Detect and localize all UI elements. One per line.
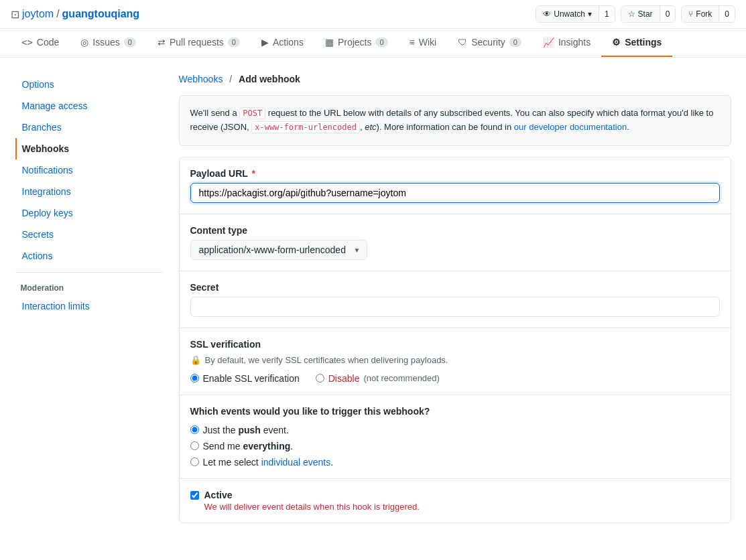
header-actions: 👁 Unwatch ▾ 1 ☆ Star 0 ⑂ Fork 0 (536, 5, 735, 23)
star-button[interactable]: ☆ Star (621, 6, 660, 22)
active-checkbox-label[interactable]: Active We will deliver event details whe… (190, 490, 720, 512)
events-radio-group: Just the push event. Send me everything.… (190, 425, 720, 468)
sidebar-divider (15, 272, 163, 273)
event-push-option[interactable]: Just the push event. (190, 425, 720, 435)
tab-security[interactable]: 🛡 Security 0 (447, 29, 532, 57)
insights-icon: 📈 (543, 37, 554, 48)
section-divider-5 (180, 478, 731, 479)
secret-group: Secret (190, 282, 720, 317)
breadcrumb-parent[interactable]: Webhooks (179, 74, 223, 84)
active-section: Active We will deliver event details whe… (190, 490, 720, 512)
sidebar-item-secrets[interactable]: Secrets (15, 224, 163, 245)
star-group: ☆ Star 0 (621, 5, 676, 23)
event-everything-radio[interactable] (190, 441, 199, 450)
sidebar-item-actions[interactable]: Actions (15, 245, 163, 267)
sidebar-item-branches[interactable]: Branches (15, 117, 163, 138)
sidebar-item-interaction-limits[interactable]: Interaction limits (15, 295, 163, 317)
sidebar-item-webhooks[interactable]: Webhooks (15, 138, 163, 159)
issues-icon: ◎ (80, 37, 88, 48)
event-push-radio[interactable] (190, 425, 199, 434)
tab-code[interactable]: <> Code (11, 29, 70, 57)
repo-owner[interactable]: joytom (22, 8, 54, 20)
active-label: Active (204, 490, 420, 500)
payload-url-group: Payload URL * (190, 168, 720, 203)
ssl-enable-option[interactable]: Enable SSL verification (190, 373, 300, 384)
star-icon: ☆ (628, 9, 635, 19)
repo-name[interactable]: guangtouqiang (62, 8, 140, 20)
fork-group: ⑂ Fork 0 (681, 5, 735, 23)
security-badge: 0 (509, 38, 521, 47)
security-icon: 🛡 (458, 37, 467, 48)
ssl-section: SSL verification 🔒 By default, we verify… (190, 339, 720, 384)
content-type-label: Content type (190, 225, 720, 236)
eye-icon: 👁 (543, 9, 551, 19)
sidebar: Options Manage access Branches Webhooks … (15, 74, 163, 523)
main-content: Webhooks / Add webhook We'll send a POST… (179, 74, 731, 523)
fork-button[interactable]: ⑂ Fork (682, 6, 719, 22)
tab-pull-requests[interactable]: ⇄ Pull requests 0 (147, 29, 251, 57)
section-divider-2 (180, 271, 731, 271)
form-code: x-www-form-urlencoded (251, 121, 360, 133)
secret-input[interactable] (190, 297, 720, 317)
unwatch-group: 👁 Unwatch ▾ 1 (536, 5, 615, 23)
events-title: Which events would you like to trigger t… (190, 406, 720, 417)
ssl-disable-option[interactable]: Disable (not recommended) (316, 373, 440, 384)
required-marker: * (252, 168, 255, 179)
sidebar-item-options[interactable]: Options (15, 74, 163, 95)
star-count: 0 (660, 6, 676, 22)
section-divider-1 (180, 214, 731, 214)
sidebar-item-deploy-keys[interactable]: Deploy keys (15, 202, 163, 224)
breadcrumb-separator: / (229, 74, 232, 84)
event-individual-radio[interactable] (190, 458, 199, 466)
individual-events-link[interactable]: individual events (261, 457, 331, 468)
repo-icon: ⊡ (11, 8, 19, 21)
tab-actions[interactable]: ▶ Actions (251, 29, 314, 57)
tab-projects[interactable]: ▦ Projects 0 (314, 29, 399, 57)
payload-url-label: Payload URL * (190, 168, 720, 179)
projects-icon: ▦ (325, 37, 334, 48)
sidebar-item-manage-access[interactable]: Manage access (15, 95, 163, 117)
form-box: Payload URL * Content type application/x… (179, 157, 731, 523)
breadcrumb: Webhooks / Add webhook (179, 74, 731, 84)
repo-title: ⊡ joytom / guangtouqiang (11, 8, 139, 21)
repo-slash: / (56, 8, 59, 20)
code-icon: <> (21, 37, 33, 48)
content-type-select-wrap: application/x-www-form-urlencoded applic… (190, 240, 367, 260)
fork-count: 0 (719, 6, 735, 22)
ssl-radio-group: Enable SSL verification Disable (not rec… (190, 373, 720, 384)
active-desc: We will deliver event details when this … (204, 502, 420, 512)
post-code: POST (239, 107, 265, 119)
ssl-disable-radio[interactable] (316, 374, 324, 382)
ssl-enable-radio[interactable] (190, 374, 199, 382)
events-section: Which events would you like to trigger t… (190, 406, 720, 468)
secret-label: Secret (190, 282, 720, 293)
actions-icon: ▶ (261, 37, 269, 48)
nav-tabs: <> Code ◎ Issues 0 ⇄ Pull requests 0 ▶ A… (0, 29, 746, 58)
issues-badge: 0 (124, 38, 136, 47)
active-checkbox[interactable] (190, 491, 199, 500)
event-everything-option[interactable]: Send me everything. (190, 441, 720, 451)
wiki-icon: ≡ (410, 37, 415, 48)
tab-wiki[interactable]: ≡ Wiki (399, 29, 448, 57)
sidebar-item-notifications[interactable]: Notifications (15, 159, 163, 181)
ssl-not-recommended: (not recommended) (363, 373, 439, 383)
pull-requests-icon: ⇄ (158, 37, 166, 48)
sidebar-item-integrations[interactable]: Integrations (15, 181, 163, 202)
unwatch-count: 1 (599, 6, 615, 22)
unwatch-button[interactable]: 👁 Unwatch ▾ (536, 6, 599, 22)
ssl-disable-label: Disable (328, 373, 360, 384)
content-type-select[interactable]: application/x-www-form-urlencoded applic… (190, 240, 367, 260)
settings-icon: ⚙ (612, 37, 621, 48)
breadcrumb-current: Add webhook (239, 74, 300, 84)
projects-badge: 0 (375, 38, 387, 47)
section-divider-3 (180, 328, 731, 328)
moderation-section-label: Moderation (15, 278, 163, 295)
payload-url-input[interactable] (190, 183, 720, 203)
fork-icon: ⑂ (688, 9, 693, 19)
event-individual-option[interactable]: Let me select individual events. (190, 457, 720, 468)
tab-insights[interactable]: 📈 Insights (532, 29, 601, 57)
tab-settings[interactable]: ⚙ Settings (601, 29, 672, 57)
developer-docs-link[interactable]: our developer documentation (514, 122, 627, 132)
ssl-title: SSL verification (190, 339, 720, 350)
tab-issues[interactable]: ◎ Issues 0 (70, 29, 147, 57)
